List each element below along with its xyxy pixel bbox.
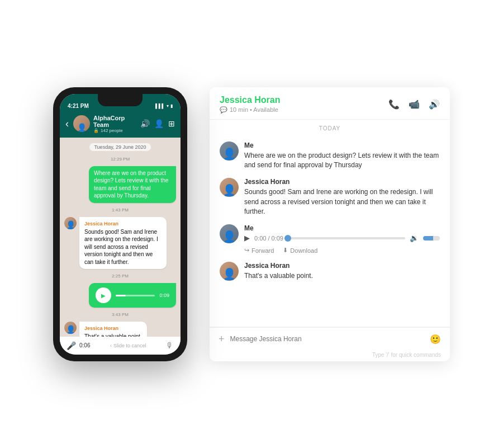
voice-message-out: ▶ 0:09 xyxy=(89,283,176,308)
forward-button[interactable]: ↪ Forward xyxy=(244,247,274,254)
desk-sender-me-1: Me xyxy=(244,142,440,149)
desktop-header-actions: 📞 📹 🔊 xyxy=(388,99,440,110)
desk-message-2-content: Jessica Horan Sounds good! Sam and Irene… xyxy=(244,178,440,216)
phone-header-info: AlphaCorp Team 🔒 142 people xyxy=(93,115,137,133)
desk-voice-time: 0:00 / 0:09 xyxy=(254,235,283,242)
slide-cancel: ‹ Slide to cancel xyxy=(110,343,146,348)
group-avatar xyxy=(73,115,90,132)
volume-slider[interactable] xyxy=(423,236,440,240)
group-members: 🔒 142 people xyxy=(93,128,137,133)
voice-duration: 0:09 xyxy=(159,293,169,298)
desk-message-1: Me Where are we on the product design? L… xyxy=(220,142,440,171)
desktop-chat-body: TODAY Me Where are we on the product des… xyxy=(210,120,450,327)
desk-message-1-content: Me Where are we on the product design? L… xyxy=(244,142,440,171)
statusbar-icons: ▌▌▌ ▾ ▮ xyxy=(155,103,173,109)
voice-progress-bar[interactable] xyxy=(288,237,405,239)
jessica-name-2: Jessica Horan xyxy=(84,325,142,332)
add-participant-icon[interactable]: 👤 xyxy=(154,119,164,128)
voice-controls: ▶ 0:00 / 0:09 🔉 xyxy=(244,234,440,242)
desk-sender-me-2: Me xyxy=(244,224,440,232)
desktop-chat-panel: Jessica Horan 💬 10 min • Available 📞 📹 🔊… xyxy=(210,87,450,361)
voice-recording-bar: 🎤 0:06 ‹ Slide to cancel 🎙 xyxy=(60,337,181,355)
phone-notch xyxy=(98,94,143,106)
desktop-header-left: Jessica Horan 💬 10 min • Available xyxy=(220,95,281,114)
incoming-message-1: Jessica Horan Sounds good! Sam and Irene… xyxy=(79,217,167,270)
mic-recording-icon: 🎤 xyxy=(67,341,76,350)
group-name: AlphaCorp Team xyxy=(93,115,137,128)
voice-play-button[interactable]: ▶ xyxy=(96,287,111,303)
phone-call-icon[interactable]: 📞 xyxy=(388,99,400,110)
download-button[interactable]: ⬇ Download xyxy=(283,247,317,254)
chevron-left-icon: ‹ xyxy=(110,343,112,348)
voice-record-left: 🎤 0:06 xyxy=(67,341,90,350)
signal-icon: ▌▌▌ xyxy=(155,103,165,109)
battery-icon: ▮ xyxy=(170,103,173,109)
jessica-name-1: Jessica Horan xyxy=(84,220,162,227)
time-343: 3:43 PM xyxy=(64,312,176,317)
input-section: + 🙂 Type '/' for quick commands xyxy=(210,327,450,361)
desktop-contact-status: 💬 10 min • Available xyxy=(220,106,281,114)
desktop-chat-header: Jessica Horan 💬 10 min • Available 📞 📹 🔊 xyxy=(210,87,450,120)
emoji-button[interactable]: 🙂 xyxy=(430,334,441,345)
desk-text-4: That's a valuable point. xyxy=(244,271,440,281)
jessica-avatar-2 xyxy=(64,322,77,334)
time-143: 1:43 PM xyxy=(64,208,176,213)
add-attachment-button[interactable]: + xyxy=(219,333,225,345)
voice-waveform xyxy=(116,295,155,296)
phone-chat-body: Tuesday, 29 June 2020 12:29 PM Where are… xyxy=(60,138,181,337)
voice-player-desktop: ▶ 0:00 / 0:09 🔉 ↪ F xyxy=(244,234,440,254)
me-avatar-1 xyxy=(220,142,239,161)
main-scene: 4:21 PM ▌▌▌ ▾ ▮ ‹ AlphaCorp Team 🔒 142 p… xyxy=(11,87,492,361)
me-avatar-2 xyxy=(220,224,239,243)
phone-chat-header: ‹ AlphaCorp Team 🔒 142 people 🔊 👤 ⊞ xyxy=(60,111,181,138)
mic-right-icon[interactable]: 🎙 xyxy=(166,341,174,350)
desk-message-3: Me ▶ 0:00 / 0:09 🔉 xyxy=(220,224,440,254)
message-input[interactable] xyxy=(230,335,424,343)
waveform-progress xyxy=(116,295,126,296)
time-225: 2:25 PM xyxy=(64,273,176,279)
phone-screen: 4:21 PM ▌▌▌ ▾ ▮ ‹ AlphaCorp Team 🔒 142 p… xyxy=(60,94,181,355)
desk-message-4: Jessica Horan That's a valuable point. xyxy=(220,262,440,281)
voice-bar-thumb xyxy=(284,235,291,242)
desk-message-4-content: Jessica Horan That's a valuable point. xyxy=(244,262,440,281)
jessica-avatar-1 xyxy=(64,217,77,229)
mute-icon[interactable]: 🔊 xyxy=(140,119,150,128)
chat-bubble-icon: 💬 xyxy=(220,106,227,114)
video-call-icon[interactable]: 📹 xyxy=(409,99,420,110)
volume-icon[interactable]: 🔊 xyxy=(429,99,440,110)
desk-text-1: Where are we on the product design? Lets… xyxy=(244,151,440,171)
desk-message-2: Jessica Horan Sounds good! Sam and Irene… xyxy=(220,178,440,216)
phone-header-actions: 🔊 👤 ⊞ xyxy=(140,119,175,128)
desktop-input-bar: + 🙂 xyxy=(210,327,450,351)
recording-duration: 0:06 xyxy=(79,342,90,348)
status-time: 4:21 PM xyxy=(68,103,89,109)
incoming-message-2: Jessica Horan That's a valuable point. xyxy=(79,322,147,336)
time-1229: 12:29 PM xyxy=(64,157,176,162)
jessica-avatar-desk-2 xyxy=(220,262,239,281)
phone-device: 4:21 PM ▌▌▌ ▾ ▮ ‹ AlphaCorp Team 🔒 142 p… xyxy=(53,87,187,361)
desk-play-button[interactable]: ▶ xyxy=(244,234,250,242)
download-icon: ⬇ xyxy=(283,247,288,254)
desktop-contact-name: Jessica Horan xyxy=(220,95,281,105)
jessica-avatar-desk-1 xyxy=(220,178,239,197)
date-divider: Tuesday, 29 June 2020 xyxy=(89,143,150,151)
grid-icon[interactable]: ⊞ xyxy=(168,119,175,128)
wifi-icon: ▾ xyxy=(167,103,169,109)
desk-sender-jessica-2: Jessica Horan xyxy=(244,262,440,270)
desk-message-3-content: Me ▶ 0:00 / 0:09 🔉 xyxy=(244,224,440,254)
volume-low-icon[interactable]: 🔉 xyxy=(410,234,419,242)
incoming-message-2-wrap: Jessica Horan That's a valuable point. xyxy=(64,322,176,336)
outgoing-message-1: Where are we on the product design? Lets… xyxy=(89,166,176,203)
forward-icon: ↪ xyxy=(244,247,249,254)
voice-actions: ↪ Forward ⬇ Download xyxy=(244,247,440,254)
back-button[interactable]: ‹ xyxy=(65,118,69,130)
desk-text-2: Sounds good! Sam and Irene are working o… xyxy=(244,187,440,216)
desk-sender-jessica-1: Jessica Horan xyxy=(244,178,440,186)
today-divider: TODAY xyxy=(220,125,440,131)
incoming-message-1-wrap: Jessica Horan Sounds good! Sam and Irene… xyxy=(64,217,176,270)
input-hint: Type '/' for quick commands xyxy=(210,351,450,361)
lock-icon: 🔒 xyxy=(93,128,99,133)
